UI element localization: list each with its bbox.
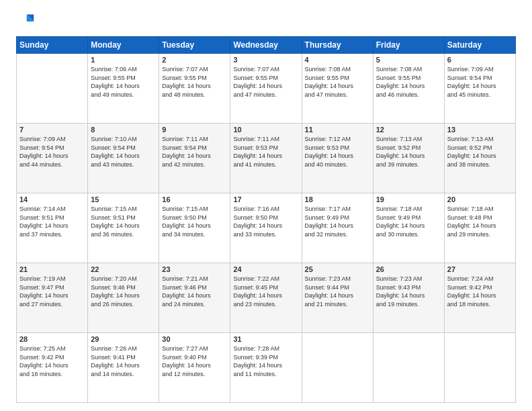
day-info: Sunrise: 7:18 AM Sunset: 9:48 PM Dayligh… (447, 205, 513, 238)
day-info: Sunrise: 7:24 AM Sunset: 9:42 PM Dayligh… (447, 275, 513, 308)
calendar-cell: 31Sunrise: 7:28 AM Sunset: 9:39 PM Dayli… (230, 333, 302, 403)
calendar-cell: 11Sunrise: 7:12 AM Sunset: 9:53 PM Dayli… (302, 124, 373, 193)
calendar-table: SundayMondayTuesdayWednesdayThursdayFrid… (16, 36, 516, 403)
day-info: Sunrise: 7:21 AM Sunset: 9:46 PM Dayligh… (162, 275, 227, 308)
day-number: 4 (305, 56, 370, 64)
day-number: 1 (91, 56, 156, 64)
day-number: 19 (376, 195, 441, 203)
day-number: 7 (19, 126, 85, 134)
calendar-cell: 5Sunrise: 7:08 AM Sunset: 9:55 PM Daylig… (373, 54, 444, 124)
day-number: 10 (233, 126, 298, 134)
day-number: 2 (162, 56, 227, 64)
day-number: 25 (305, 265, 370, 273)
weekday-header-saturday: Saturday (444, 37, 515, 54)
calendar-cell: 20Sunrise: 7:18 AM Sunset: 9:48 PM Dayli… (444, 193, 515, 263)
calendar-row-1: 1Sunrise: 7:06 AM Sunset: 9:55 PM Daylig… (17, 54, 516, 124)
calendar-cell: 2Sunrise: 7:07 AM Sunset: 9:55 PM Daylig… (159, 54, 230, 124)
calendar-cell: 26Sunrise: 7:23 AM Sunset: 9:43 PM Dayli… (373, 263, 444, 333)
day-number: 13 (447, 126, 513, 134)
calendar-cell: 6Sunrise: 7:09 AM Sunset: 9:54 PM Daylig… (444, 54, 515, 124)
day-number: 18 (305, 195, 370, 203)
day-number: 21 (19, 265, 85, 273)
day-info: Sunrise: 7:08 AM Sunset: 9:55 PM Dayligh… (376, 65, 441, 99)
day-info: Sunrise: 7:27 AM Sunset: 9:40 PM Dayligh… (162, 345, 227, 378)
day-info: Sunrise: 7:19 AM Sunset: 9:47 PM Dayligh… (19, 275, 85, 308)
calendar-cell: 9Sunrise: 7:11 AM Sunset: 9:54 PM Daylig… (159, 124, 230, 193)
day-number: 23 (162, 265, 227, 273)
calendar-cell: 3Sunrise: 7:07 AM Sunset: 9:55 PM Daylig… (230, 54, 302, 124)
day-number: 8 (91, 126, 156, 134)
day-info: Sunrise: 7:09 AM Sunset: 9:54 PM Dayligh… (19, 135, 85, 169)
calendar-cell: 1Sunrise: 7:06 AM Sunset: 9:55 PM Daylig… (88, 54, 159, 124)
day-number: 26 (376, 265, 441, 273)
day-number: 5 (376, 56, 441, 64)
calendar-cell: 13Sunrise: 7:13 AM Sunset: 9:52 PM Dayli… (444, 124, 515, 193)
day-number: 14 (19, 195, 85, 203)
calendar-cell (17, 54, 88, 124)
day-info: Sunrise: 7:07 AM Sunset: 9:55 PM Dayligh… (233, 65, 298, 99)
calendar-cell: 15Sunrise: 7:15 AM Sunset: 9:51 PM Dayli… (88, 193, 159, 263)
day-info: Sunrise: 7:13 AM Sunset: 9:52 PM Dayligh… (447, 135, 513, 169)
logo (16, 12, 38, 31)
page: SundayMondayTuesdayWednesdayThursdayFrid… (0, 0, 532, 411)
day-info: Sunrise: 7:15 AM Sunset: 9:51 PM Dayligh… (91, 205, 156, 238)
day-info: Sunrise: 7:13 AM Sunset: 9:52 PM Dayligh… (376, 135, 441, 169)
calendar-cell (444, 333, 515, 403)
day-number: 31 (233, 335, 298, 343)
day-number: 3 (233, 56, 298, 64)
day-number: 16 (162, 195, 227, 203)
header (16, 12, 516, 31)
calendar-cell: 27Sunrise: 7:24 AM Sunset: 9:42 PM Dayli… (444, 263, 515, 333)
calendar-cell (302, 333, 373, 403)
day-number: 20 (447, 195, 513, 203)
day-number: 28 (19, 335, 85, 343)
day-number: 29 (91, 335, 156, 343)
weekday-header-monday: Monday (88, 37, 159, 54)
day-info: Sunrise: 7:23 AM Sunset: 9:44 PM Dayligh… (305, 275, 370, 308)
weekday-header-tuesday: Tuesday (159, 37, 230, 54)
day-info: Sunrise: 7:06 AM Sunset: 9:55 PM Dayligh… (91, 65, 156, 99)
day-info: Sunrise: 7:23 AM Sunset: 9:43 PM Dayligh… (376, 275, 441, 308)
calendar-cell: 28Sunrise: 7:25 AM Sunset: 9:42 PM Dayli… (17, 333, 88, 403)
day-info: Sunrise: 7:26 AM Sunset: 9:41 PM Dayligh… (91, 345, 156, 378)
day-info: Sunrise: 7:14 AM Sunset: 9:51 PM Dayligh… (19, 205, 85, 238)
calendar-cell: 25Sunrise: 7:23 AM Sunset: 9:44 PM Dayli… (302, 263, 373, 333)
day-info: Sunrise: 7:22 AM Sunset: 9:45 PM Dayligh… (233, 275, 298, 308)
day-info: Sunrise: 7:11 AM Sunset: 9:54 PM Dayligh… (162, 135, 227, 169)
day-info: Sunrise: 7:18 AM Sunset: 9:49 PM Dayligh… (376, 205, 441, 238)
day-info: Sunrise: 7:11 AM Sunset: 9:53 PM Dayligh… (233, 135, 298, 169)
logo-icon (16, 12, 35, 31)
day-info: Sunrise: 7:08 AM Sunset: 9:55 PM Dayligh… (305, 65, 370, 99)
calendar-cell: 10Sunrise: 7:11 AM Sunset: 9:53 PM Dayli… (230, 124, 302, 193)
day-info: Sunrise: 7:10 AM Sunset: 9:54 PM Dayligh… (91, 135, 156, 169)
weekday-header-thursday: Thursday (302, 37, 373, 54)
day-info: Sunrise: 7:25 AM Sunset: 9:42 PM Dayligh… (19, 345, 85, 378)
calendar-row-4: 21Sunrise: 7:19 AM Sunset: 9:47 PM Dayli… (17, 263, 516, 333)
calendar-cell: 30Sunrise: 7:27 AM Sunset: 9:40 PM Dayli… (159, 333, 230, 403)
day-number: 15 (91, 195, 156, 203)
calendar-cell: 22Sunrise: 7:20 AM Sunset: 9:46 PM Dayli… (88, 263, 159, 333)
weekday-header-wednesday: Wednesday (230, 37, 302, 54)
day-number: 9 (162, 126, 227, 134)
calendar-cell: 17Sunrise: 7:16 AM Sunset: 9:50 PM Dayli… (230, 193, 302, 263)
day-number: 22 (91, 265, 156, 273)
calendar-cell: 12Sunrise: 7:13 AM Sunset: 9:52 PM Dayli… (373, 124, 444, 193)
day-number: 12 (376, 126, 441, 134)
day-number: 24 (233, 265, 298, 273)
calendar-row-3: 14Sunrise: 7:14 AM Sunset: 9:51 PM Dayli… (17, 193, 516, 263)
calendar-cell: 8Sunrise: 7:10 AM Sunset: 9:54 PM Daylig… (88, 124, 159, 193)
day-info: Sunrise: 7:20 AM Sunset: 9:46 PM Dayligh… (91, 275, 156, 308)
day-info: Sunrise: 7:07 AM Sunset: 9:55 PM Dayligh… (162, 65, 227, 99)
weekday-header-sunday: Sunday (17, 37, 88, 54)
calendar-cell: 4Sunrise: 7:08 AM Sunset: 9:55 PM Daylig… (302, 54, 373, 124)
day-number: 27 (447, 265, 513, 273)
day-info: Sunrise: 7:17 AM Sunset: 9:49 PM Dayligh… (305, 205, 370, 238)
calendar-cell: 14Sunrise: 7:14 AM Sunset: 9:51 PM Dayli… (17, 193, 88, 263)
calendar-cell: 23Sunrise: 7:21 AM Sunset: 9:46 PM Dayli… (159, 263, 230, 333)
calendar-cell: 16Sunrise: 7:15 AM Sunset: 9:50 PM Dayli… (159, 193, 230, 263)
day-info: Sunrise: 7:28 AM Sunset: 9:39 PM Dayligh… (233, 345, 298, 378)
calendar-cell: 7Sunrise: 7:09 AM Sunset: 9:54 PM Daylig… (17, 124, 88, 193)
day-info: Sunrise: 7:12 AM Sunset: 9:53 PM Dayligh… (305, 135, 370, 169)
day-number: 17 (233, 195, 298, 203)
day-number: 6 (447, 56, 513, 64)
